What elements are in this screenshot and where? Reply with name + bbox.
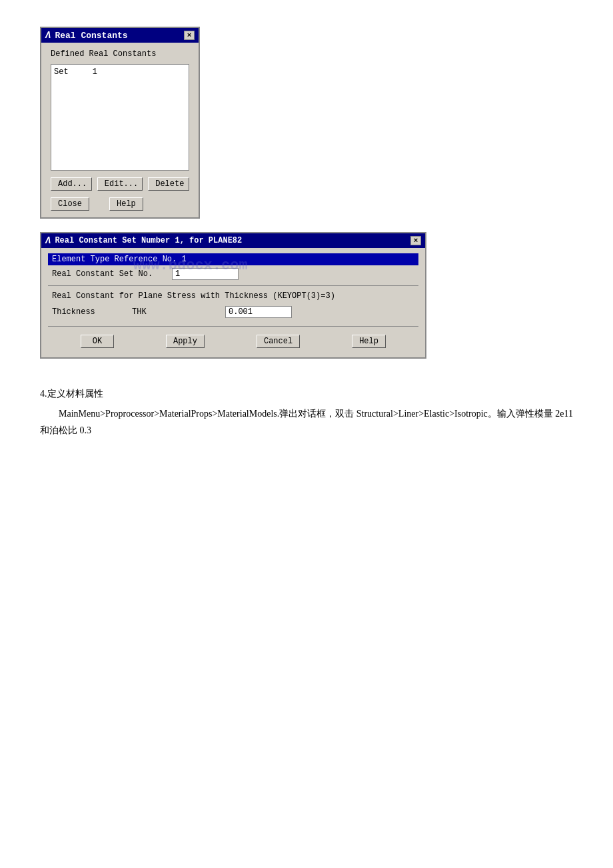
rcs-ok-button[interactable]: OK xyxy=(81,335,114,348)
rc-dialog-title: Real Constants xyxy=(55,31,127,41)
rc-add-button[interactable]: Add... xyxy=(51,177,92,191)
ansys-logo-icon-2: Λ xyxy=(45,235,51,246)
rcs-info-row1: Element Type Reference No. 1 xyxy=(48,253,418,265)
rcs-close-button[interactable]: × xyxy=(410,236,421,245)
rcs-apply-button[interactable]: Apply xyxy=(166,335,205,348)
rcs-action-buttons: OK Apply Cancel Help xyxy=(48,331,418,352)
rc-close-button[interactable]: × xyxy=(184,31,195,40)
rc-set-value: 1 xyxy=(93,67,97,77)
rc-help-button[interactable]: Help xyxy=(109,197,143,211)
rcs-set-no-label: Real Constant Set No. xyxy=(52,269,172,279)
real-constants-dialog: Λ Real Constants × Defined Real Constant… xyxy=(40,27,200,219)
rcs-section-label: Real Constant for Plane Stress with Thic… xyxy=(48,290,418,302)
rc-set-header: Set xyxy=(54,67,69,77)
rcs-thickness-key: THK xyxy=(132,307,225,317)
rc-titlebar: Λ Real Constants × xyxy=(41,28,199,43)
rcs-dialog: Λ Real Constant Set Number 1, for PLANE8… xyxy=(40,232,426,359)
rc-bottom-buttons: Close Help xyxy=(51,197,189,211)
rcs-set-no-input[interactable] xyxy=(172,268,239,280)
rc-listbox[interactable]: Set 1 xyxy=(51,64,189,171)
rc-delete-button[interactable]: Delete xyxy=(148,177,189,191)
rc-title-left: Λ Real Constants xyxy=(45,30,128,41)
body-text: MainMenu>Proprocessor>MaterialProps>Mate… xyxy=(40,405,573,439)
rcs-divider1 xyxy=(48,285,418,286)
body-section: 4.定义材料属性 MainMenu>Proprocessor>MaterialP… xyxy=(40,388,573,439)
rcs-wrapper: Λ Real Constant Set Number 1, for PLANE8… xyxy=(40,232,426,379)
rcs-title-left: Λ Real Constant Set Number 1, for PLANE8… xyxy=(45,235,242,246)
rcs-titlebar: Λ Real Constant Set Number 1, for PLANE8… xyxy=(41,233,425,248)
rc-edit-button[interactable]: Edit... xyxy=(97,177,143,191)
rc-defined-label: Defined Real Constants xyxy=(51,49,189,59)
rc-close-button-bottom[interactable]: Close xyxy=(51,197,89,211)
rcs-help-button[interactable]: Help xyxy=(352,335,386,348)
rc-dialog-body: Defined Real Constants Set 1 Add... Edit… xyxy=(41,43,199,217)
rcs-thickness-label: Thickness xyxy=(52,307,132,317)
ansys-logo-icon: Λ xyxy=(45,30,51,41)
rc-action-buttons: Add... Edit... Delete xyxy=(51,177,189,191)
rcs-dialog-title: Real Constant Set Number 1, for PLANE82 xyxy=(55,236,242,245)
rcs-body: Element Type Reference No. 1 Real Consta… xyxy=(41,248,425,357)
rcs-set-no-row: Real Constant Set No. xyxy=(48,267,418,281)
body-heading: 4.定义材料属性 xyxy=(40,388,573,400)
rcs-thickness-input[interactable] xyxy=(225,306,292,318)
rcs-divider2 xyxy=(48,326,418,327)
rcs-cancel-button[interactable]: Cancel xyxy=(257,335,300,348)
rcs-thickness-row: Thickness THK xyxy=(48,305,418,319)
